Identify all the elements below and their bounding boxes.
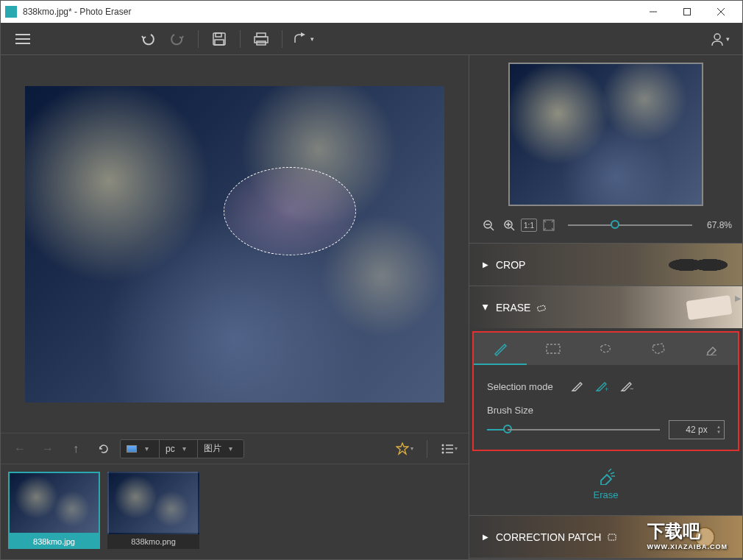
eraser-icon <box>597 469 616 485</box>
account-button[interactable]: ▾ <box>705 25 735 53</box>
selection-marquee[interactable] <box>224 167 356 255</box>
brush-size-value[interactable]: 42 px ▲▼ <box>669 420 725 439</box>
svg-point-14 <box>442 444 444 446</box>
canvas-viewport[interactable] <box>1 55 469 433</box>
selection-mode-label: Selection mode <box>487 381 568 392</box>
svg-rect-1 <box>684 9 691 15</box>
zoom-actual-button[interactable]: 1:1 <box>521 219 537 232</box>
zoom-slider[interactable] <box>568 218 692 233</box>
chevron-right-icon: ▶ <box>483 533 488 541</box>
maximize-button[interactable] <box>670 1 704 23</box>
lasso-tool-tab[interactable] <box>580 333 633 365</box>
svg-point-13 <box>714 34 720 40</box>
separator <box>427 440 427 458</box>
chevron-down-icon: ▶ <box>482 305 490 311</box>
zoom-fit-button[interactable] <box>540 216 558 234</box>
redo-button[interactable] <box>163 25 192 53</box>
svg-text:−: − <box>630 385 633 392</box>
thumbnail-label: 838kmo.png <box>107 534 199 549</box>
minimize-button[interactable] <box>636 1 670 23</box>
svg-line-21 <box>491 227 494 230</box>
accordion-erase-label: ERASE <box>496 302 530 313</box>
thumbnail-strip: 838kmo.jpg 838kmo.png <box>1 464 469 559</box>
canvas-area: ← → ↑ ▾ pc▾ 图片▾ ▾ ▾ 838kmo.jpg 838kmo.pn… <box>1 55 469 559</box>
print-button[interactable] <box>246 25 276 53</box>
breadcrumb[interactable]: ▾ pc▾ 图片▾ <box>120 439 244 458</box>
panel-collapse-arrow[interactable]: ▶ <box>735 294 741 303</box>
svg-rect-33 <box>608 534 616 540</box>
view-options-button[interactable]: ▾ <box>438 437 461 461</box>
spinner-icon[interactable]: ▲▼ <box>715 421 722 439</box>
patch-tool-icon <box>607 533 617 542</box>
accordion-clone[interactable]: ▶ CLONE STAMP <box>469 558 742 559</box>
brush-tool-tab[interactable] <box>474 333 527 365</box>
svg-point-18 <box>442 451 444 453</box>
erase-button[interactable]: Erase <box>594 469 619 500</box>
eraser-tool-tab[interactable] <box>685 333 738 365</box>
erase-tool-tabs <box>474 333 738 365</box>
svg-point-16 <box>442 447 444 450</box>
accordion-erase[interactable]: ▶ ERASE <box>469 286 742 328</box>
nav-up-button[interactable]: ↑ <box>64 437 88 461</box>
separator <box>198 30 199 48</box>
polygon-tool-tab[interactable] <box>632 333 685 365</box>
filmstrip-navbar: ← → ↑ ▾ pc▾ 图片▾ ▾ ▾ <box>1 433 469 464</box>
thumbnail-label: 838kmo.jpg <box>8 534 100 549</box>
zoom-controls: 1:1 67.8% <box>469 213 742 243</box>
svg-rect-8 <box>216 33 221 37</box>
svg-rect-9 <box>215 40 224 45</box>
thumbnail-image <box>107 472 199 534</box>
share-button[interactable]: ▾ <box>288 25 318 53</box>
preview-image[interactable] <box>508 63 703 206</box>
zoom-in-button[interactable] <box>500 216 518 234</box>
svg-rect-28 <box>538 305 546 311</box>
accordion-correction-label: CORRECTION PATCH <box>496 531 601 543</box>
nav-back-button[interactable]: ← <box>8 437 32 461</box>
zoom-out-button[interactable] <box>480 216 497 234</box>
thumbnail-item[interactable]: 838kmo.png <box>107 472 199 552</box>
main-toolbar: ▾ ▾ <box>1 23 742 55</box>
brush-size-label: Brush Size <box>487 405 725 416</box>
favorite-button[interactable]: ▾ <box>393 437 416 461</box>
erase-panel: Selection mode + − Brush Size 42 px ▲▼ <box>472 331 739 451</box>
selection-mode-new[interactable] <box>568 378 586 394</box>
nav-refresh-button[interactable] <box>92 437 115 461</box>
menu-button[interactable] <box>8 25 38 53</box>
save-button[interactable] <box>205 25 234 53</box>
nav-forward-button[interactable]: → <box>36 437 60 461</box>
brush-size-slider[interactable] <box>487 422 660 437</box>
accordion-crop-label: CROP <box>496 259 525 271</box>
separator <box>240 30 241 48</box>
svg-line-24 <box>511 227 514 230</box>
thumbnail-image <box>8 472 100 534</box>
zoom-value: 67.8% <box>703 220 732 230</box>
accordion-correction[interactable]: ▶ CORRECTION PATCH <box>469 515 742 558</box>
app-icon <box>5 6 17 18</box>
crumb-pictures[interactable]: 图片 <box>204 442 221 455</box>
close-button[interactable] <box>704 1 738 23</box>
tools-accordion: ▶ CROP ▶ ERASE Selection <box>469 243 742 559</box>
separator <box>282 30 282 48</box>
erase-tool-icon <box>536 303 547 312</box>
accordion-crop[interactable]: ▶ CROP <box>469 243 742 286</box>
right-panel: 1:1 67.8% ▶ CROP ▶ ERASE <box>469 55 742 559</box>
computer-icon <box>127 445 137 453</box>
crumb-pc[interactable]: pc <box>166 444 175 454</box>
svg-rect-29 <box>547 344 560 353</box>
marquee-tool-tab[interactable] <box>527 333 580 365</box>
chevron-right-icon: ▶ <box>483 260 488 269</box>
window-title: 838kmo.jpg* - Photo Eraser <box>23 7 636 17</box>
window-titlebar: 838kmo.jpg* - Photo Eraser <box>1 1 742 23</box>
erase-button-label: Erase <box>594 489 619 500</box>
selection-mode-subtract[interactable]: − <box>618 378 636 394</box>
selection-mode-add[interactable]: + <box>593 378 611 394</box>
svg-text:+: + <box>605 386 608 392</box>
undo-button[interactable] <box>133 25 163 53</box>
thumbnail-item[interactable]: 838kmo.jpg <box>8 472 100 552</box>
erase-action-area: Erase <box>469 454 742 515</box>
preview-area <box>469 55 742 213</box>
canvas-image[interactable] <box>25 86 444 403</box>
